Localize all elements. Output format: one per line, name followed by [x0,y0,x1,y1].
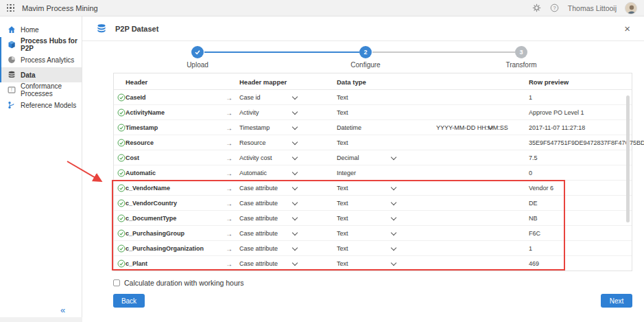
user-name: Thomas Littooij [568,4,617,12]
header-mapper-dropdown[interactable]: Case attribute [239,226,278,241]
chevron-down-icon[interactable] [293,150,297,165]
working-hours-checkbox[interactable] [113,279,120,286]
header-mapper-dropdown[interactable]: Activity [239,105,259,120]
step-configure[interactable]: 2 Configure [335,46,396,69]
data-type-value: Text [337,135,348,150]
step-transform[interactable]: 3 Transform [490,46,552,69]
header-mapper-dropdown[interactable]: Case attribute [239,241,278,256]
chevron-down-icon[interactable] [293,181,297,196]
chevron-down-icon[interactable] [392,196,396,211]
header-mapper-dropdown[interactable]: Case attribute [239,181,278,196]
row-preview-value: 469 [529,256,539,271]
table-row: CaseId→Case idText1 [114,90,632,105]
data-type-value[interactable]: Text [337,226,348,241]
close-icon[interactable]: × [624,23,630,34]
data-type-value[interactable]: Text [337,256,348,271]
pie-chart-icon [7,56,16,65]
settings-gear-icon[interactable] [532,3,542,13]
sidebar-item-label: Process Analytics [21,56,74,64]
table-scrollbar[interactable] [626,91,630,268]
row-preview-value: NB [529,211,538,226]
data-type-value[interactable]: Decimal [337,150,359,165]
header-mapper-dropdown[interactable]: Resource [239,135,266,150]
column-header: Row preview [529,78,569,86]
back-button[interactable]: Back [113,294,145,308]
table-row: c_VendorName→Case attributeTextVendor 6 [114,181,632,196]
sidebar-item-reference-models[interactable]: Reference Models [0,97,82,113]
stepper: Upload 2 Configure 3 Transform [82,46,644,76]
step-number: 2 [359,46,372,58]
step-label: Transform [490,61,552,69]
source-header-name: c_VendorCountry [126,196,177,211]
row-preview-value: Vendor 6 [529,181,553,196]
checkbox-label: Calculate duration with working hours [124,279,244,287]
sidebar: HomeProcess Hubs for P2PProcess Analytic… [0,16,82,317]
user-avatar[interactable] [625,2,637,14]
sidebar-item-process-analytics[interactable]: Process Analytics [0,52,82,67]
header-mapper-dropdown[interactable]: Case id [239,90,261,105]
sidebar-item-conformance-processes[interactable]: !Conformance Processes [0,82,82,97]
row-valid-check-icon [117,150,126,165]
data-type-value[interactable]: Text [337,241,348,256]
data-type-value[interactable]: Text [337,181,348,196]
chevron-down-icon[interactable] [293,256,297,271]
table-row: Timestamp→TimestampDatetimeYYYY-MM-DD HH… [114,120,632,135]
chevron-down-icon[interactable] [392,181,396,196]
step-upload-check-icon [191,46,204,58]
chevron-down-icon[interactable] [392,256,396,271]
chevron-down-icon[interactable] [293,196,297,211]
database-icon [7,71,16,80]
header-mapper-dropdown[interactable]: Timestamp [239,120,270,135]
chevron-down-icon[interactable] [293,211,297,226]
sidebar-item-label: Reference Models [21,102,76,109]
chevron-down-icon[interactable] [392,211,396,226]
column-mapping-table: Header Header mapper Data type Row previ… [113,73,632,271]
table-row: Automatic→AutomaticInteger0 [114,165,632,181]
maps-to-arrow-icon: → [226,90,232,105]
chevron-down-icon[interactable] [293,90,297,105]
chevron-down-icon[interactable] [488,120,492,135]
row-valid-check-icon [117,181,126,196]
chevron-down-icon[interactable] [293,226,297,241]
app-title: Mavim Process Mining [22,4,98,12]
row-valid-check-icon [117,90,126,105]
header-mapper-dropdown[interactable]: Case attribute [239,211,278,226]
row-valid-check-icon [117,226,126,241]
header-mapper-dropdown[interactable]: Case attribute [239,256,278,271]
source-header-name: c_Plant [126,256,147,271]
chevron-down-icon[interactable] [392,226,396,241]
chevron-down-icon[interactable] [293,105,297,120]
sidebar-collapse-button[interactable]: « [60,305,65,315]
sidebar-item-data[interactable]: Data [0,67,82,82]
source-header-name: Automatic [126,165,156,181]
step-upload[interactable]: Upload [167,46,228,69]
source-header-name: CaseId [126,90,146,105]
datetime-format-dropdown[interactable]: YYYY-MM-DD HH:MM:SS [436,120,508,135]
header-mapper-dropdown[interactable]: Case attribute [239,196,278,211]
next-button[interactable]: Next [601,294,632,308]
row-valid-check-icon [117,196,126,211]
chevron-down-icon[interactable] [293,135,297,150]
data-type-value[interactable]: Text [337,196,348,211]
source-header-name: c_PurchasingGroup [126,226,184,241]
chevron-down-icon[interactable] [392,241,396,256]
header-mapper-dropdown[interactable]: Automatic [239,165,267,181]
chevron-down-icon[interactable] [293,165,297,181]
header-mapper-dropdown[interactable]: Activity cost [239,150,272,165]
maps-to-arrow-icon: → [226,120,232,135]
data-type-value: Text [337,105,348,120]
maps-to-arrow-icon: → [226,165,232,181]
source-header-name: Resource [126,135,154,150]
chevron-down-icon[interactable] [293,120,297,135]
maps-to-arrow-icon: → [226,241,232,256]
chevron-down-icon[interactable] [293,241,297,256]
scrollbar-thumb[interactable] [626,95,630,222]
chevron-down-icon[interactable] [392,150,396,165]
data-type-value[interactable]: Text [337,211,348,226]
app-grid-icon[interactable] [6,3,15,12]
table-row: c_PurchasingGroup→Case attributeTextF6C [114,226,632,241]
help-icon[interactable]: ? [550,3,560,13]
sidebar-item-home[interactable]: Home [0,22,82,37]
row-preview-value: DE [529,196,538,211]
sidebar-item-process-hubs-for-p2p[interactable]: Process Hubs for P2P [0,37,82,52]
